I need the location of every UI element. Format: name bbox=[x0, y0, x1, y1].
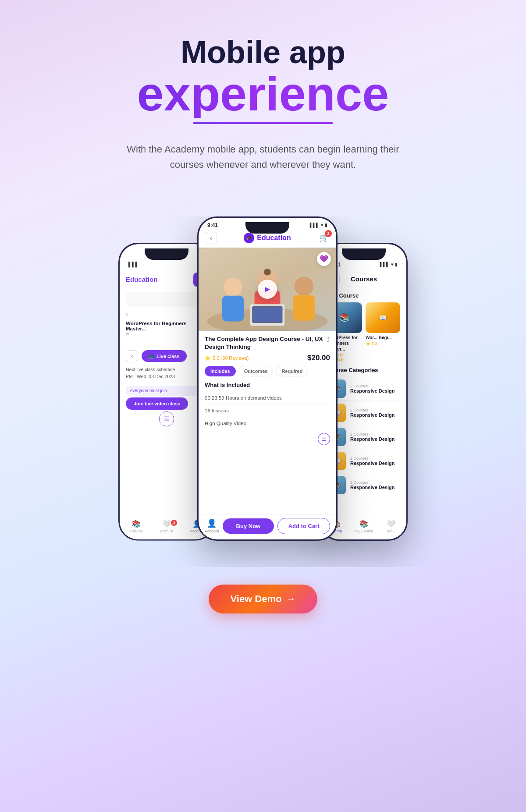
categories-label: Course Categories bbox=[327, 367, 400, 373]
cat-info-0: 2 Courses Responsive Design bbox=[350, 384, 394, 394]
right-phone-notch bbox=[342, 248, 386, 260]
svg-point-6 bbox=[264, 268, 271, 275]
hero-title-line2: experience bbox=[9, 70, 517, 118]
center-phone-screen: 9:41 ▌▌▌ ▾ ▮ ‹ 🎓 Education 🛒 2 bbox=[199, 218, 336, 539]
cat-name-2: Responsive Design bbox=[350, 436, 394, 442]
live-date-text: PM - Wed, 08 Dec 2023 bbox=[126, 373, 207, 380]
scroll-dots-icon: ☰ bbox=[318, 433, 330, 445]
heart-button[interactable]: 💜 bbox=[317, 252, 331, 266]
left-search-bar[interactable] bbox=[126, 292, 207, 307]
course-title-row: The Complete App Design Course - UI, UX … bbox=[205, 335, 330, 351]
top-course-title-1: Wor... Begi... bbox=[366, 335, 400, 340]
center-signal-icon: ▌▌▌ bbox=[310, 223, 319, 227]
svg-rect-9 bbox=[293, 294, 315, 320]
category-item-3[interactable]: 📖 2 Courses Responsive Design bbox=[327, 449, 400, 473]
hero-description: With the Academy mobile app, students ca… bbox=[114, 142, 412, 172]
scroll-more-indicator: ☰ bbox=[199, 431, 336, 447]
right-page-title: Courses bbox=[351, 275, 377, 283]
left-brand: Education bbox=[126, 276, 158, 283]
center-time: 9:41 bbox=[207, 222, 218, 228]
svg-rect-4 bbox=[222, 295, 244, 321]
cat-name-3: Responsive Design bbox=[350, 461, 394, 466]
svg-point-8 bbox=[295, 277, 313, 295]
top-course-rating-1: ⭐ 5.0 bbox=[366, 341, 400, 346]
course-hero-image: ▶ 💜 bbox=[199, 248, 336, 331]
top-course-label: Top Course bbox=[327, 292, 400, 299]
svg-rect-12 bbox=[253, 307, 282, 322]
cat-count-0: 2 Courses bbox=[350, 384, 394, 388]
account-bottom-label: Account bbox=[205, 529, 219, 533]
category-item-4[interactable]: 📚 2 Courses Responsive Design bbox=[327, 473, 400, 497]
share-button[interactable]: ⤴ bbox=[327, 336, 330, 343]
live-info: Next live class schedule PM - Wed, 08 De… bbox=[126, 366, 207, 381]
category-item-0[interactable]: 📚 2 Courses Responsive Design bbox=[327, 377, 400, 401]
live-schedule-text: Next live class schedule bbox=[126, 366, 207, 373]
right-battery-icon: ▮ bbox=[395, 262, 398, 267]
live-class-button[interactable]: 📺 Live class bbox=[142, 350, 187, 362]
nav-mycourse-right[interactable]: 📚 My Course bbox=[350, 520, 377, 533]
add-to-cart-button[interactable]: Add to Cart bbox=[277, 518, 330, 534]
tab-outcomes[interactable]: Outcomes bbox=[238, 366, 274, 376]
buy-now-button[interactable]: Buy Now bbox=[223, 518, 274, 534]
cat-count-4: 2 Courses bbox=[350, 480, 394, 485]
tab-includes[interactable]: Includes bbox=[205, 366, 236, 376]
account-bottom-icon: 👤 bbox=[207, 518, 217, 528]
join-video-button[interactable]: Join live video class bbox=[126, 397, 188, 410]
account-bottom[interactable]: 👤 Account bbox=[205, 518, 219, 533]
nav-wishlist-right[interactable]: 🤍 Wi... bbox=[377, 520, 405, 533]
cat-count-2: 2 Courses bbox=[350, 432, 394, 436]
cat-name-4: Responsive Design bbox=[350, 485, 394, 490]
hero-underline bbox=[193, 122, 333, 124]
wishlist-nav-icon: 🤍 bbox=[162, 520, 171, 528]
nav-course[interactable]: 📚 Course bbox=[121, 520, 152, 533]
wishlist-nav-icon-right: 🤍 bbox=[387, 520, 395, 528]
course-included-section: What is Included 00:23:59 Hours on deman… bbox=[199, 380, 336, 431]
cat-name-1: Responsive Design bbox=[350, 412, 394, 418]
top-course-card-1[interactable]: 📖 Wor... Begi... ⭐ 5.0 bbox=[366, 302, 400, 362]
category-item-1[interactable]: 📖 2 Courses Responsive Design bbox=[327, 401, 400, 425]
demo-arrow-icon: → bbox=[286, 593, 295, 605]
left-phone-notch bbox=[145, 248, 188, 260]
course-nav-icon: 📚 bbox=[132, 520, 141, 528]
cat-name-0: Responsive Design bbox=[350, 388, 394, 394]
center-bottom-bar: 👤 Account Buy Now Add to Cart bbox=[199, 514, 336, 539]
center-phone: 9:41 ▌▌▌ ▾ ▮ ‹ 🎓 Education 🛒 2 bbox=[197, 216, 338, 541]
category-item-2[interactable]: 📚 2 Courses Responsive Design bbox=[327, 425, 400, 449]
wishlist-nav-label-right: Wi... bbox=[387, 529, 395, 533]
rating-text: 5.0 (30 Reviews) bbox=[213, 355, 249, 361]
cat-count-3: 2 Courses bbox=[350, 456, 394, 461]
course-mini-title: WordPress for Beginners Master... bbox=[126, 321, 207, 331]
live-icon: 📺 bbox=[149, 353, 155, 359]
mycourse-nav-icon: 📚 bbox=[359, 520, 368, 528]
wishlist-badge: 2 bbox=[171, 520, 177, 526]
play-button[interactable]: ▶ bbox=[258, 280, 277, 299]
cat-info-4: 2 Courses Responsive Design bbox=[350, 480, 394, 490]
phones-container: ▌▌▌ ▾ Education ⊞ e WordPress for Beginn… bbox=[0, 216, 526, 567]
right-signal-icon: ▌▌▌ bbox=[380, 262, 389, 267]
course-img-gradient-1: 📖 bbox=[366, 302, 400, 333]
star-icon: ⭐ bbox=[205, 355, 211, 361]
nav-wishlist[interactable]: 🤍 Wishlist 2 bbox=[152, 520, 182, 533]
center-battery-icon: ▮ bbox=[325, 223, 327, 227]
center-phone-notch bbox=[245, 222, 289, 234]
hero-section: Mobile app experience With the Academy m… bbox=[0, 0, 526, 216]
course-rating-row: ⭐ 5.0 (30 Reviews) $20.00 bbox=[205, 354, 330, 362]
cart-badge: 2 bbox=[325, 230, 332, 237]
cat-count-1: 2 Courses bbox=[350, 408, 394, 412]
course-card-img-1: 📖 bbox=[366, 302, 400, 333]
included-title: What is Included bbox=[205, 382, 330, 388]
cart-button[interactable]: 🛒 2 bbox=[318, 232, 330, 244]
back-btn-left[interactable]: ‹ bbox=[126, 350, 138, 362]
course-nav-label: Course bbox=[130, 529, 143, 533]
svg-point-3 bbox=[224, 277, 242, 296]
mycourse-nav-label: My Course bbox=[354, 529, 373, 533]
hero-title-line1: Mobile app bbox=[9, 35, 517, 70]
view-demo-button[interactable]: View Demo → bbox=[209, 585, 318, 613]
back-button-center[interactable]: ‹ bbox=[205, 232, 217, 244]
course-tabs: Includes Outcomes Required bbox=[199, 362, 336, 380]
scroll-indicator-left: ☰ bbox=[159, 411, 174, 426]
course-price: $20.00 bbox=[307, 354, 330, 362]
included-item-2: High Quality Video bbox=[205, 417, 330, 429]
tab-required[interactable]: Required bbox=[276, 366, 308, 376]
left-signal-icon: ▌▌▌ bbox=[128, 262, 139, 267]
